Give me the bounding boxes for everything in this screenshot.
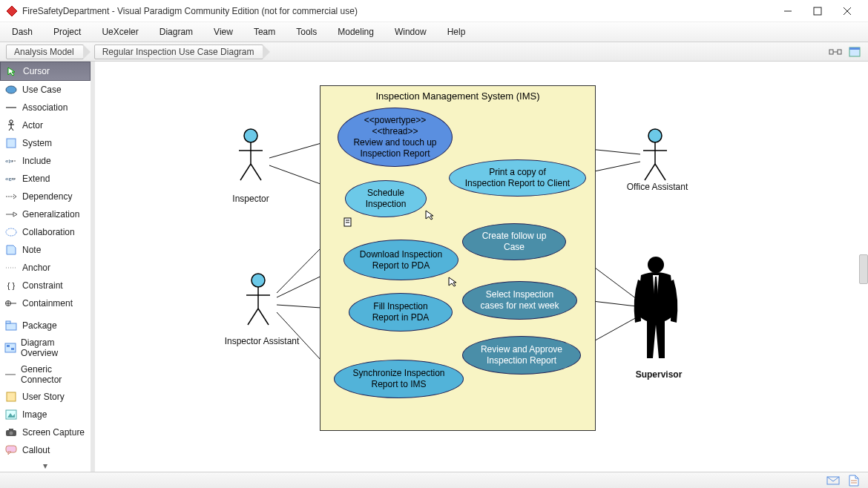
menu-modeling[interactable]: Modeling bbox=[338, 27, 374, 37]
menu-window[interactable]: Window bbox=[395, 27, 427, 37]
window-title: FireSafetyDepartment - Visual Paradigm C… bbox=[22, 6, 773, 16]
svg-marker-80 bbox=[449, 277, 456, 286]
anchor-icon bbox=[4, 262, 18, 274]
svg-rect-37 bbox=[11, 348, 14, 350]
palette-item-image[interactable]: Image bbox=[0, 406, 91, 423]
package-icon bbox=[4, 320, 18, 332]
system-icon bbox=[4, 137, 18, 149]
svg-rect-5 bbox=[829, 50, 833, 54]
palette-label: Generalization bbox=[22, 209, 79, 220]
palette-item-screen-capture[interactable]: Screen Capture bbox=[0, 423, 91, 441]
window-titlebar: FireSafetyDepartment - Visual Paradigm C… bbox=[0, 0, 868, 22]
palette-label: Include bbox=[22, 156, 51, 166]
palette-item-package[interactable]: Package bbox=[0, 317, 91, 334]
svg-marker-0 bbox=[7, 6, 17, 16]
containment-icon bbox=[4, 297, 18, 309]
palette-item-association[interactable]: Association bbox=[0, 99, 91, 116]
menu-team[interactable]: Team bbox=[254, 27, 275, 37]
collaboration-icon bbox=[4, 226, 18, 238]
palette-label: Diagram Overview bbox=[21, 337, 86, 358]
svg-line-17 bbox=[11, 128, 13, 131]
diagram-canvas[interactable]: Inspection Management System (IMS) <<pow… bbox=[95, 62, 868, 472]
toolbar-layout-icon[interactable] bbox=[828, 44, 843, 59]
palette-item-diagram-overview[interactable]: Diagram Overview bbox=[0, 334, 91, 361]
svg-marker-25 bbox=[13, 212, 17, 217]
cursor-icon bbox=[5, 65, 19, 77]
toolbar-panel-icon[interactable] bbox=[847, 44, 862, 59]
svg-rect-6 bbox=[838, 50, 841, 54]
palette-label: Containment bbox=[22, 298, 73, 309]
actor-icon bbox=[4, 119, 18, 131]
palette-item-generalization[interactable]: Generalization bbox=[0, 205, 91, 223]
menu-diagram[interactable]: Diagram bbox=[160, 27, 193, 37]
constraint-icon: { } bbox=[4, 280, 18, 291]
palette-label: Callout bbox=[22, 445, 50, 455]
palette-label: Actor bbox=[22, 120, 43, 131]
vertical-scrollbar[interactable] bbox=[859, 254, 868, 284]
palette-label: Extend bbox=[22, 174, 50, 184]
svg-rect-33 bbox=[6, 323, 16, 330]
menu-view[interactable]: View bbox=[214, 27, 233, 37]
palette-item-usecase[interactable]: Use Case bbox=[0, 81, 91, 99]
document-icon[interactable] bbox=[847, 475, 861, 487]
palette-label: User Story bbox=[22, 392, 65, 402]
dependency-icon bbox=[4, 191, 18, 202]
extend-icon: «e» bbox=[4, 173, 18, 185]
mini-glyphs bbox=[95, 62, 864, 472]
breadcrumb-item-diagram[interactable]: Regular Inspection Use Case Diagram bbox=[94, 44, 264, 59]
palette-item-cursor[interactable]: Cursor bbox=[0, 62, 91, 81]
palette-item-note[interactable]: Note bbox=[0, 241, 91, 259]
breadcrumb-item-analysis-model[interactable]: Analysis Model bbox=[6, 44, 84, 59]
include-icon: «i» bbox=[4, 155, 18, 167]
image-icon bbox=[4, 409, 18, 421]
svg-point-43 bbox=[10, 432, 13, 435]
window-minimize-button[interactable] bbox=[773, 0, 803, 22]
svg-point-11 bbox=[6, 86, 16, 93]
palette-label: Package bbox=[22, 320, 57, 331]
palette-item-anchor[interactable]: Anchor bbox=[0, 259, 91, 277]
screen-capture-icon bbox=[4, 426, 18, 438]
palette-item-collaboration[interactable]: Collaboration bbox=[0, 223, 91, 241]
svg-point-26 bbox=[6, 228, 16, 236]
palette-item-dependency[interactable]: Dependency bbox=[0, 188, 91, 205]
svg-text:«e»: «e» bbox=[5, 176, 16, 182]
palette-label: Association bbox=[22, 102, 68, 113]
usecase-icon bbox=[4, 84, 18, 96]
breadcrumb-label: Analysis Model bbox=[14, 47, 74, 57]
svg-rect-44 bbox=[9, 429, 13, 431]
menu-project[interactable]: Project bbox=[53, 27, 81, 37]
menu-dash[interactable]: Dash bbox=[12, 27, 33, 37]
palette-label: Anchor bbox=[22, 263, 50, 273]
svg-marker-79 bbox=[426, 211, 433, 220]
window-close-button[interactable] bbox=[832, 0, 862, 22]
palette-item-containment[interactable]: Containment bbox=[0, 294, 91, 312]
tool-palette: Cursor Use Case Association Actor System… bbox=[0, 62, 95, 472]
status-bar bbox=[0, 472, 868, 488]
palette-item-actor[interactable]: Actor bbox=[0, 116, 91, 134]
palette-more-icon[interactable]: ▾ bbox=[0, 459, 91, 471]
palette-item-user-story[interactable]: User Story bbox=[0, 388, 91, 406]
menubar: Dash Project UeXceler Diagram View Team … bbox=[0, 22, 868, 42]
generalization-icon bbox=[4, 208, 18, 220]
palette-item-generic-connector[interactable]: Generic Connector bbox=[0, 361, 91, 388]
palette-label: Note bbox=[22, 245, 41, 255]
palette-label: System bbox=[22, 138, 52, 148]
palette-item-callout[interactable]: Callout bbox=[0, 441, 91, 459]
palette-item-system[interactable]: System bbox=[0, 134, 91, 152]
palette-item-include[interactable]: «i» Include bbox=[0, 152, 91, 170]
breadcrumb-bar: Analysis Model Regular Inspection Use Ca… bbox=[0, 42, 868, 62]
mail-icon[interactable] bbox=[826, 475, 840, 487]
svg-rect-18 bbox=[7, 139, 16, 148]
menu-help[interactable]: Help bbox=[447, 27, 466, 37]
palette-label: Cursor bbox=[23, 66, 50, 76]
svg-rect-2 bbox=[814, 7, 821, 15]
window-maximize-button[interactable] bbox=[803, 0, 832, 22]
menu-uexceler[interactable]: UeXceler bbox=[102, 27, 138, 37]
palette-item-extend[interactable]: «e» Extend bbox=[0, 170, 91, 188]
palette-label: Collaboration bbox=[22, 227, 75, 237]
diagram-overview-icon bbox=[4, 342, 16, 354]
menu-tools[interactable]: Tools bbox=[296, 27, 317, 37]
app-logo-icon bbox=[6, 5, 18, 17]
palette-item-constraint[interactable]: { } Constraint bbox=[0, 277, 91, 294]
svg-marker-46 bbox=[8, 452, 11, 455]
